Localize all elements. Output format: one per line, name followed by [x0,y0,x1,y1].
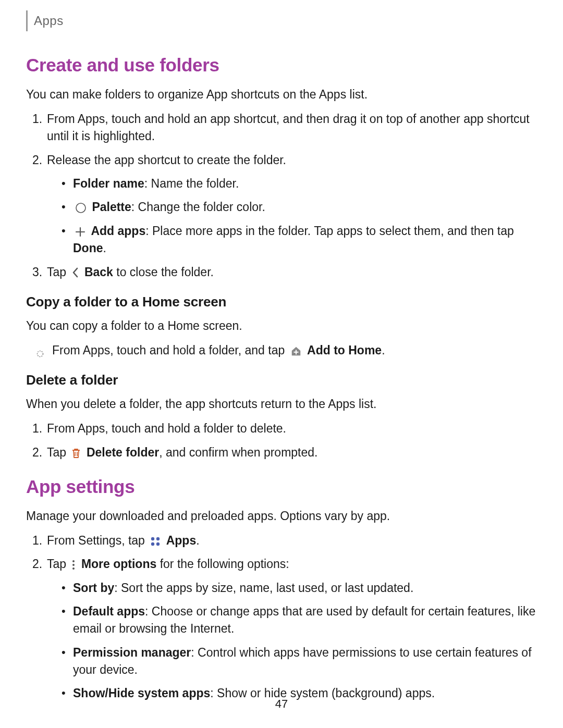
svg-point-5 [156,542,160,546]
list-item: Permission manager: Control which apps h… [73,644,537,679]
list-item: Tap More options for the following optio… [47,556,537,702]
intro-app-settings: Manage your downloaded and preloaded app… [26,508,537,525]
plus-icon [75,227,85,237]
list-item: From Apps, touch and hold an app shortcu… [47,110,537,145]
svg-point-2 [151,537,154,540]
list-item: Add apps: Place more apps in the folder.… [73,223,537,257]
more-options-icon [71,559,76,571]
label-default-apps: Default apps [73,604,145,618]
breadcrumb-text: Apps [34,12,64,30]
list-item: From Apps, touch and hold a folder to de… [47,420,537,437]
label-apps: Apps [166,534,197,547]
list-copy-folder: From Apps, touch and hold a folder, and … [26,342,537,359]
label-palette: Palette [92,200,131,214]
label-more-options: More options [81,557,156,571]
list-item: Folder name: Name the folder. [73,175,537,192]
list-item: Tap Delete folder, and confirm when prom… [47,444,537,461]
heading-delete-folder: Delete a folder [26,371,537,390]
intro-create-folders: You can make folders to organize App sho… [26,86,537,103]
svg-point-8 [72,567,75,570]
breadcrumb: Apps [26,10,537,31]
circle-bullet-icon [36,345,44,362]
svg-point-3 [156,537,160,540]
heading-app-settings: App settings [26,474,537,500]
intro-delete-folder: When you delete a folder, the app shortc… [26,396,537,413]
label-sort-by: Sort by [73,581,114,595]
steps-delete-folder: From Apps, touch and hold a folder to de… [26,420,537,461]
list-item: From Settings, tap Apps. [47,532,537,549]
page-number: 47 [0,696,563,712]
heading-copy-folder: Copy a folder to a Home screen [26,292,537,312]
svg-point-7 [72,564,75,566]
svg-point-0 [76,203,85,213]
sub-list-options: Sort by: Sort the apps by size, name, la… [47,579,537,702]
sub-list: Folder name: Name the folder. Palette: C… [47,175,537,257]
label-add-to-home: Add to Home [307,343,382,357]
list-item: From Apps, touch and hold a folder, and … [52,342,537,359]
list-item: Release the app shortcut to create the f… [47,152,537,257]
label-delete-folder: Delete folder [87,446,159,459]
label-add-apps: Add apps [91,224,145,238]
label-done: Done [73,241,103,255]
svg-point-1 [38,351,43,356]
back-icon [71,267,79,278]
heading-create-folders: Create and use folders [26,52,537,79]
svg-point-4 [151,542,154,546]
steps-create-folders: From Apps, touch and hold an app shortcu… [26,110,537,281]
list-item: Sort by: Sort the apps by size, name, la… [73,579,537,597]
palette-icon [75,202,87,214]
list-item: Tap Back to close the folder. [47,264,537,281]
label-back: Back [84,265,113,279]
apps-grid-icon [150,536,161,547]
svg-point-6 [72,560,75,562]
intro-copy-folder: You can copy a folder to a Home screen. [26,317,537,335]
label-permission-manager: Permission manager [73,646,191,659]
steps-app-settings: From Settings, tap Apps. Tap More option… [26,532,537,702]
label-folder-name: Folder name [73,177,144,190]
list-item: Palette: Change the folder color. [73,199,537,216]
trash-icon [71,448,81,459]
add-to-home-icon [290,346,302,357]
list-item: Default apps: Choose or change apps that… [73,603,537,638]
